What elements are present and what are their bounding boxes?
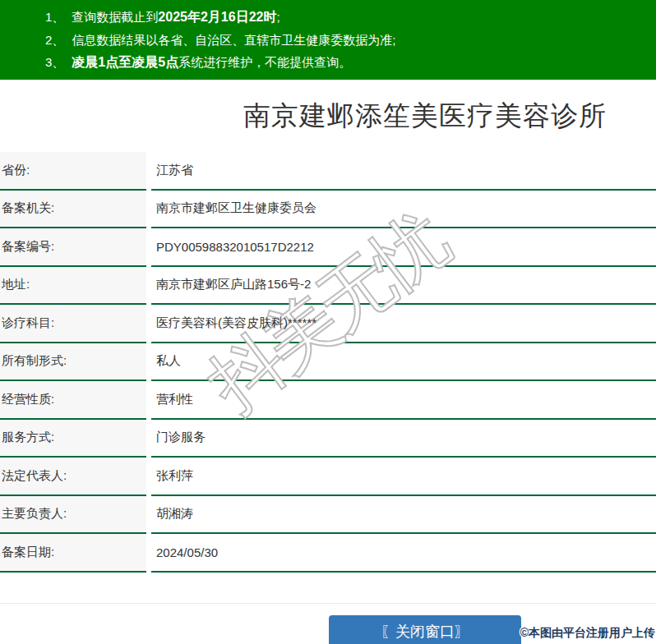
- table-row: 主要负责人:胡湘涛: [0, 496, 656, 535]
- row-value-text: PDY00598832010517D2212: [156, 240, 314, 254]
- notice-banner: 1、查询数据截止到2025年2月16日22时;2、信息数据结果以各省、自治区、直…: [0, 0, 656, 80]
- row-label-text: 省份:: [2, 163, 30, 178]
- notice-item: 3、凌晨1点至凌晨5点系统进行维护，不能提供查询。: [45, 51, 656, 74]
- row-value: 医疗美容科(美容皮肤科)******: [151, 305, 656, 343]
- row-label-text: 法定代表人:: [2, 468, 67, 484]
- row-value-text: 张利萍: [156, 468, 193, 484]
- notice-item-text: 查询数据截止到: [72, 10, 158, 24]
- notice-item-text: 凌晨1点至凌晨5点: [72, 55, 178, 69]
- row-value: PDY00598832010517D2212: [151, 228, 656, 267]
- row-value-text: 南京市建邺区庐山路156号-2: [156, 277, 311, 292]
- notice-item-text: ;: [276, 10, 279, 24]
- notice-item-text: 信息数据结果以各省、自治区、直辖市卫生健康委数据为准;: [72, 33, 395, 47]
- notice-list: 1、查询数据截止到2025年2月16日22时;2、信息数据结果以各省、自治区、直…: [45, 6, 656, 74]
- table-row: 诊疗科目:医疗美容科(美容皮肤科)******: [0, 305, 656, 343]
- row-label-text: 经营性质:: [2, 392, 54, 407]
- table-row: 法定代表人:张利萍: [0, 458, 656, 496]
- page: 1、查询数据截止到2025年2月16日22时;2、信息数据结果以各省、自治区、直…: [0, 0, 656, 644]
- clinic-title: 南京建邺添笙美医疗美容诊所: [0, 80, 656, 152]
- row-label: 主要负责人:: [0, 496, 146, 535]
- row-label-text: 服务方式:: [2, 430, 54, 445]
- row-value-text: 胡湘涛: [156, 506, 193, 522]
- table-row: 备案机关:南京市建邺区卫生健康委员会: [0, 191, 656, 229]
- table-row: 备案日期:2024/05/30: [0, 534, 656, 573]
- row-value-text: 营利性: [156, 392, 193, 407]
- row-label: 备案编号:: [0, 228, 146, 267]
- notice-item-number: 1、: [45, 10, 64, 24]
- row-value-text: 门诊服务: [156, 430, 206, 445]
- close-window-button[interactable]: 〖关闭窗口〗: [329, 615, 521, 644]
- footer-divider: [0, 603, 656, 604]
- row-value: 南京市建邺区庐山路156号-2: [151, 267, 656, 306]
- row-label: 备案机关:: [0, 191, 146, 229]
- notice-item: 2、信息数据结果以各省、自治区、直辖市卫生健康委数据为准;: [45, 29, 656, 52]
- row-value: 江苏省: [151, 152, 656, 191]
- row-value: 胡湘涛: [151, 496, 656, 535]
- row-value-text: 南京市建邺区卫生健康委员会: [156, 200, 316, 216]
- row-value: 营利性: [151, 381, 656, 420]
- row-label: 法定代表人:: [0, 458, 146, 496]
- row-value-text: 江苏省: [156, 163, 193, 178]
- row-label-text: 地址:: [2, 277, 30, 292]
- row-label: 服务方式:: [0, 420, 146, 458]
- row-label-text: 所有制形式:: [2, 353, 67, 369]
- notice-item-text: 2025年2月16日22时: [158, 10, 276, 24]
- row-label: 备案日期:: [0, 534, 146, 573]
- table-row: 服务方式:门诊服务: [0, 420, 656, 458]
- row-label: 省份:: [0, 152, 146, 191]
- row-value: 2024/05/30: [151, 534, 656, 573]
- notice-item: 1、查询数据截止到2025年2月16日22时;: [45, 6, 656, 29]
- notice-item-number: 3、: [45, 55, 64, 69]
- row-value: 私人: [151, 343, 656, 382]
- row-label-text: 备案日期:: [2, 545, 54, 560]
- notice-item-text: 系统进行维护，不能提供查询。: [178, 55, 351, 69]
- row-value-text: 医疗美容科(美容皮肤科)******: [156, 315, 316, 331]
- row-value: 张利萍: [151, 458, 656, 496]
- row-value-text: 私人: [156, 353, 181, 369]
- row-value: 门诊服务: [151, 420, 656, 458]
- table-row: 所有制形式:私人: [0, 343, 656, 382]
- table-row: 省份:江苏省: [0, 152, 656, 191]
- row-value: 南京市建邺区卫生健康委员会: [151, 191, 656, 229]
- row-label: 所有制形式:: [0, 343, 146, 382]
- table-row: 备案编号:PDY00598832010517D2212: [0, 228, 656, 267]
- row-label: 诊疗科目:: [0, 305, 146, 343]
- row-label-text: 诊疗科目:: [2, 315, 54, 331]
- row-value-text: 2024/05/30: [156, 545, 218, 559]
- row-label-text: 备案编号:: [2, 239, 54, 255]
- row-label-text: 备案机关:: [2, 200, 54, 216]
- table-row: 经营性质:营利性: [0, 381, 656, 420]
- row-label-text: 主要负责人:: [2, 506, 67, 522]
- row-label: 经营性质:: [0, 381, 146, 420]
- row-label: 地址:: [0, 267, 146, 306]
- notice-item-number: 2、: [45, 33, 64, 47]
- table-row: 地址:南京市建邺区庐山路156号-2: [0, 267, 656, 306]
- info-table: 省份:江苏省备案机关:南京市建邺区卫生健康委员会备案编号:PDY00598832…: [0, 152, 656, 573]
- attribution: ©本图由平台注册用户上传: [520, 626, 655, 641]
